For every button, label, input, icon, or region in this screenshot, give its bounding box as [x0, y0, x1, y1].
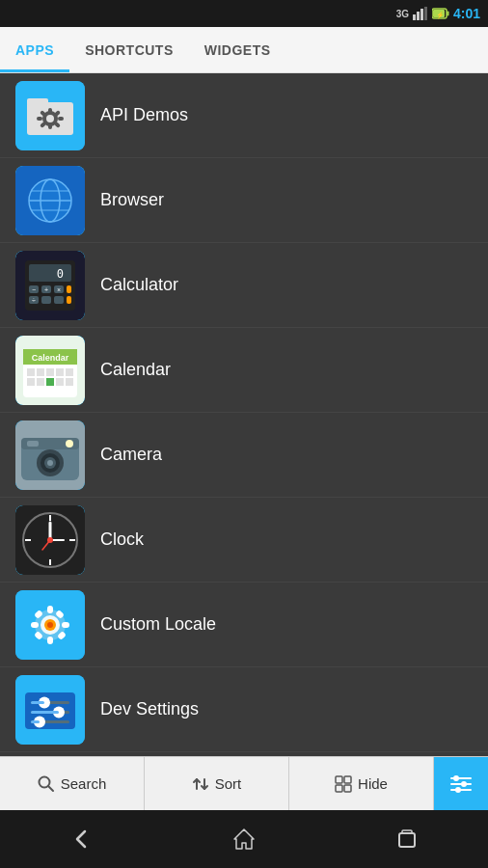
svg-text:÷: ÷ [32, 297, 36, 304]
network-indicator: 3G [396, 9, 409, 19]
tab-apps[interactable]: APPS [0, 31, 69, 72]
battery-icon: ⚡ [432, 8, 449, 19]
app-icon-calculator: 0 − + × ÷ [15, 251, 85, 320]
sort-icon [192, 775, 209, 793]
tab-widgets[interactable]: WIDGETS [189, 31, 286, 72]
svg-rect-101 [31, 711, 59, 714]
svg-rect-0 [413, 14, 416, 20]
hide-icon [335, 775, 352, 793]
app-name-custom-locale: Custom Locale [100, 614, 216, 635]
svg-point-67 [66, 440, 73, 448]
svg-line-104 [48, 786, 53, 791]
svg-rect-83 [47, 637, 53, 644]
app-item-api-demos[interactable]: API Demos [0, 73, 488, 158]
svg-point-77 [47, 537, 53, 543]
tab-bar: APPS SHORTCUTS WIDGETS [0, 27, 488, 73]
svg-rect-118 [399, 833, 415, 847]
app-item-clock[interactable]: Clock [0, 498, 488, 583]
svg-point-12 [46, 115, 54, 122]
svg-rect-38 [54, 296, 64, 304]
hide-label: Hide [358, 775, 388, 792]
svg-point-115 [461, 781, 467, 787]
svg-rect-50 [46, 368, 54, 376]
svg-rect-13 [48, 108, 52, 114]
app-name-camera: Camera [100, 445, 162, 465]
svg-rect-85 [62, 622, 69, 628]
app-name-browser: Browser [100, 190, 164, 210]
svg-rect-108 [344, 776, 351, 783]
app-icon-camera [15, 420, 85, 490]
svg-rect-48 [27, 368, 35, 376]
svg-rect-102 [31, 720, 40, 723]
app-item-dev-settings[interactable]: Dev Settings [0, 667, 488, 752]
svg-marker-117 [234, 829, 254, 849]
app-item-custom-locale[interactable]: Custom Locale [0, 583, 488, 667]
app-item-calculator[interactable]: 0 − + × ÷ Calculator [0, 243, 488, 328]
svg-rect-30 [29, 264, 71, 282]
svg-text:0: 0 [57, 267, 64, 281]
recents-icon [393, 826, 420, 853]
dev-settings-shortcut[interactable] [434, 757, 488, 810]
sliders-icon [448, 772, 474, 797]
svg-rect-56 [56, 378, 64, 386]
svg-rect-53 [27, 378, 35, 386]
search-button[interactable]: Search [0, 757, 145, 810]
svg-text:⚡: ⚡ [436, 11, 445, 19]
app-icon-api-demos [15, 81, 85, 150]
app-name-clock: Clock [100, 529, 144, 550]
svg-rect-1 [417, 12, 420, 20]
svg-rect-51 [56, 368, 64, 376]
signal-icon [413, 7, 428, 20]
app-name-calculator: Calculator [100, 275, 178, 295]
svg-rect-82 [47, 606, 53, 613]
svg-rect-2 [420, 9, 423, 20]
app-name-calendar: Calendar [100, 360, 171, 380]
svg-rect-54 [37, 378, 44, 386]
svg-rect-49 [37, 368, 44, 376]
recents-button[interactable] [378, 820, 436, 858]
sort-label: Sort [215, 775, 242, 792]
app-name-dev-settings: Dev Settings [100, 699, 199, 719]
status-time: 4:01 [453, 6, 480, 21]
svg-rect-15 [58, 117, 64, 121]
svg-rect-37 [41, 296, 51, 304]
svg-rect-3 [424, 7, 427, 20]
svg-rect-110 [344, 785, 351, 792]
status-bar: 3G ⚡ 4:01 [0, 0, 488, 27]
back-icon [68, 826, 95, 853]
app-icon-clock [15, 505, 85, 575]
svg-point-114 [453, 775, 459, 781]
svg-rect-84 [31, 622, 39, 628]
tab-shortcuts[interactable]: SHORTCUTS [69, 31, 189, 72]
svg-rect-109 [336, 785, 342, 792]
search-label: Search [61, 775, 107, 792]
app-icon-browser [15, 166, 85, 235]
svg-rect-39 [67, 296, 71, 304]
app-icon-dev-settings [15, 675, 85, 745]
app-list: API Demos Browser 0 [0, 73, 488, 756]
svg-rect-52 [66, 368, 73, 376]
app-icon-custom-locale [15, 590, 85, 660]
home-button[interactable] [215, 820, 273, 858]
svg-rect-10 [27, 98, 48, 106]
navigation-bar [0, 810, 488, 868]
app-item-camera[interactable]: Camera [0, 413, 488, 498]
svg-text:−: − [32, 286, 36, 293]
svg-rect-35 [67, 285, 71, 293]
home-icon [230, 826, 258, 853]
sort-button[interactable]: Sort [145, 757, 289, 810]
app-item-browser[interactable]: Browser [0, 158, 488, 243]
svg-rect-107 [336, 776, 342, 783]
svg-point-116 [455, 787, 461, 793]
svg-rect-66 [27, 441, 39, 447]
app-icon-calendar: Calendar [15, 336, 85, 405]
back-button[interactable] [52, 820, 110, 858]
app-name-api-demos: API Demos [100, 105, 188, 125]
svg-rect-16 [37, 117, 42, 121]
bottom-action-bar: Search Sort Hide [0, 756, 488, 810]
hide-button[interactable]: Hide [289, 757, 434, 810]
app-item-calendar[interactable]: Calendar Calendar [0, 328, 488, 413]
svg-point-91 [47, 622, 53, 628]
svg-rect-6 [447, 12, 448, 16]
svg-text:+: + [44, 286, 48, 293]
